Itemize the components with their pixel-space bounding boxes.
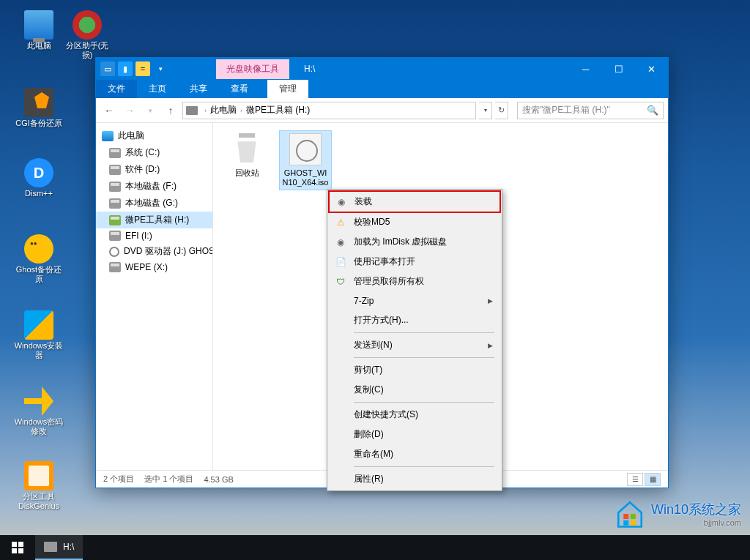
nav-label: 本地磁盘 (F:) (125, 180, 177, 193)
context-menu-item[interactable]: 创建快捷方式(S) (329, 405, 500, 425)
svg-rect-0 (12, 542, 17, 547)
wininst-icon (24, 310, 53, 340)
svg-rect-1 (18, 542, 23, 547)
file-item-iso[interactable]: GHOST_WIN10_X64.iso (279, 130, 332, 190)
nav-label: WEPE (X:) (125, 262, 168, 272)
ribbon-tabs: 文件 主页 共享 查看 管理 (96, 80, 668, 98)
menu-label: 7-Zip (354, 296, 374, 306)
svg-rect-5 (631, 514, 636, 519)
key-icon (24, 387, 53, 416)
context-menu-item[interactable]: ⚠校验MD5 (329, 212, 500, 232)
quick-access-toolbar: ▭ ▮ = ▾ (96, 61, 172, 76)
desktop-icon-pc[interactable]: 此电脑 (13, 10, 64, 51)
nav-this-pc[interactable]: 此电脑 (96, 127, 212, 144)
view-icons-button[interactable]: ▦ (645, 473, 661, 486)
search-input[interactable]: 搜索"微PE工具箱 (H:)" 🔍 (517, 102, 664, 119)
desktop-icon-wininst[interactable]: Windows安装器 (13, 310, 64, 360)
taskbar-item-explorer[interactable]: H:\ (35, 535, 83, 560)
file-label: GHOST_WIN10_X64.iso (282, 168, 329, 187)
recycle-icon (231, 133, 263, 165)
drive-icon (109, 148, 121, 158)
context-menu-item[interactable]: 📄使用记事本打开 (329, 252, 500, 272)
nav-item-drive[interactable]: 本地磁盘 (F:) (96, 178, 212, 195)
nav-label: 微PE工具箱 (H:) (125, 214, 189, 226)
qat-folder-icon[interactable]: ▮ (118, 61, 133, 76)
drive-icon (186, 106, 198, 115)
menu-icon (335, 340, 346, 351)
context-menu-item[interactable]: 打开方式(H)... (329, 310, 500, 330)
menu-icon: ◉ (335, 236, 346, 248)
maximize-button[interactable]: ☐ (602, 58, 635, 80)
desktop-icon-dism[interactable]: DDism++ (13, 158, 64, 198)
context-menu-item[interactable]: 🛡管理员取得所有权 (329, 272, 500, 291)
nav-item-drive[interactable]: 系统 (C:) (96, 144, 212, 161)
address-bar[interactable]: › 此电脑 › 微PE工具箱 (H:) (182, 102, 476, 119)
refresh-button[interactable]: ↻ (495, 102, 508, 119)
status-size: 4.53 GB (204, 475, 233, 484)
chevron-icon[interactable]: › (204, 107, 207, 114)
context-menu-item[interactable]: 复制(C) (329, 380, 500, 400)
context-menu-item[interactable]: ◉装载 (328, 190, 501, 213)
ribbon-tab-manage[interactable]: 管理 (267, 80, 308, 98)
desktop-icon-partition[interactable]: 分区助手(无损) (62, 10, 113, 60)
file-label: 回收站 (223, 168, 270, 178)
close-button[interactable]: ✕ (635, 58, 668, 80)
menu-label: 复制(C) (354, 384, 384, 396)
context-menu-item[interactable]: ◉加载为 ImDisk 虚拟磁盘 (329, 232, 500, 252)
recent-dropdown[interactable]: ▾ (141, 102, 159, 119)
desktop-icon-key[interactable]: Windows密码修改 (13, 387, 64, 436)
desktop-icon-diskgen[interactable]: 分区工具DiskGenius (13, 461, 64, 511)
desktop-icon-cgi[interactable]: CGI备份还原 (13, 88, 64, 128)
context-menu-item[interactable]: 属性(R) (329, 469, 500, 489)
svg-rect-2 (12, 548, 17, 553)
menu-icon (335, 429, 346, 441)
status-selection: 选中 1 个项目 (144, 474, 193, 485)
minimize-button[interactable]: ─ (569, 58, 602, 80)
desktop-icon-ghost[interactable]: Ghost备份还原 (13, 234, 64, 284)
watermark-url: bjjmlv.com (651, 518, 741, 527)
context-menu-item[interactable]: 剪切(T) (329, 360, 500, 380)
nav-item-drive[interactable]: WEPE (X:) (96, 260, 212, 275)
menu-label: 加载为 ImDisk 虚拟磁盘 (354, 236, 447, 248)
up-button[interactable]: ↑ (162, 102, 179, 119)
ribbon-tab-view[interactable]: 查看 (219, 80, 260, 98)
menu-label: 创建快捷方式(S) (354, 408, 418, 421)
context-menu-item[interactable]: 7-Zip▶ (329, 291, 500, 310)
address-dropdown[interactable]: ▾ (479, 102, 492, 119)
nav-item-drive[interactable]: DVD 驱动器 (J:) GHOST (96, 243, 212, 260)
breadcrumb-segment[interactable]: 微PE工具箱 (H:) (246, 104, 310, 116)
file-item-recycle[interactable]: 回收站 (220, 130, 273, 190)
nav-item-drive[interactable]: 微PE工具箱 (H:) (96, 212, 212, 228)
nav-item-drive[interactable]: 软件 (D:) (96, 161, 212, 178)
context-menu-item[interactable]: 删除(D) (329, 425, 500, 444)
status-count: 2 个项目 (103, 474, 134, 485)
qat-properties-icon[interactable]: ▭ (100, 61, 115, 76)
titlebar[interactable]: ▭ ▮ = ▾ 光盘映像工具 H:\ ─ ☐ ✕ (96, 58, 668, 80)
chevron-icon[interactable]: › (240, 107, 242, 114)
context-menu-item[interactable]: 重命名(M) (329, 444, 500, 464)
nav-item-drive[interactable]: 本地磁盘 (G:) (96, 195, 212, 212)
ribbon-tab-file[interactable]: 文件 (96, 80, 137, 98)
context-menu-item[interactable]: 发送到(N)▶ (329, 335, 500, 355)
navigation-pane[interactable]: 此电脑 系统 (C:)软件 (D:)本地磁盘 (F:)本地磁盘 (G:)微PE工… (96, 123, 213, 470)
back-button[interactable]: ← (100, 102, 118, 119)
ribbon-tab-home[interactable]: 主页 (137, 80, 178, 98)
taskbar[interactable]: H:\ (0, 535, 750, 560)
house-icon (615, 499, 645, 529)
watermark: Win10系统之家 bjjmlv.com (615, 499, 741, 529)
qat-dropdown-icon[interactable]: ▾ (153, 61, 168, 76)
menu-icon (335, 449, 346, 460)
submenu-arrow-icon: ▶ (488, 297, 493, 305)
nav-label: 此电脑 (118, 130, 144, 142)
search-icon[interactable]: 🔍 (647, 105, 658, 116)
forward-button[interactable]: → (121, 102, 138, 119)
ribbon-tab-share[interactable]: 共享 (178, 80, 219, 98)
start-button[interactable] (0, 535, 35, 560)
drive-icon (109, 215, 121, 225)
nav-label: EFI (I:) (125, 231, 152, 241)
breadcrumb-segment[interactable]: 此电脑 (210, 104, 237, 116)
menu-icon (335, 295, 346, 307)
view-details-button[interactable]: ☰ (627, 473, 643, 486)
nav-item-drive[interactable]: EFI (I:) (96, 228, 212, 243)
qat-drive-icon[interactable]: = (135, 61, 150, 76)
